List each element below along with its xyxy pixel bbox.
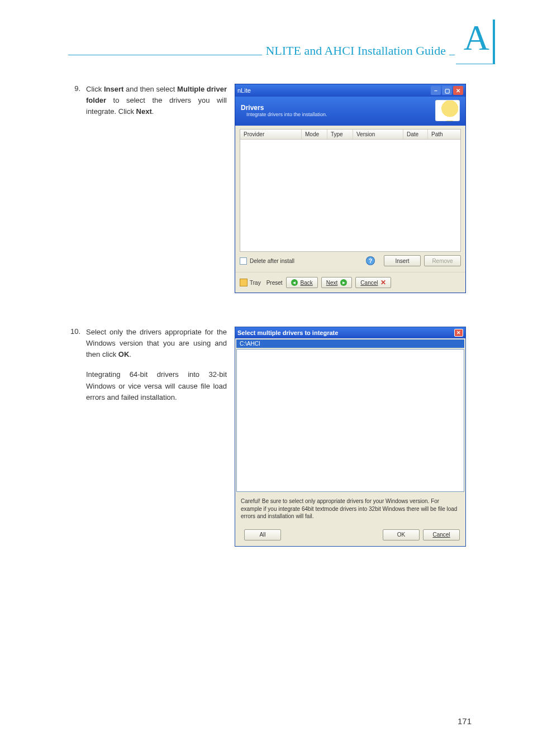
window-header: Drivers Integrate drivers into the insta… bbox=[235, 97, 465, 126]
warning-text: Careful! Be sure to select only appropri… bbox=[235, 493, 465, 523]
window-titlebar: nLite – ▢ ✕ bbox=[235, 84, 465, 97]
delete-after-checkbox[interactable] bbox=[240, 257, 247, 265]
remove-button[interactable]: Remove bbox=[424, 255, 461, 266]
step-text: Click Insert and then select Multiple dr… bbox=[86, 84, 227, 117]
dialog-title: Select multiple drivers to integrate bbox=[237, 329, 338, 336]
dialog-titlebar: Select multiple drivers to integrate ✕ bbox=[235, 327, 465, 338]
appendix-letter: A bbox=[464, 17, 489, 59]
col-date[interactable]: Date bbox=[403, 130, 428, 139]
page-header-title: NLITE and AHCI Installation Guide bbox=[262, 44, 449, 58]
tray-label[interactable]: Tray bbox=[250, 280, 261, 286]
table-header-row: Provider Mode Type Version Date Path bbox=[240, 130, 460, 140]
close-icon[interactable]: ✕ bbox=[453, 86, 463, 95]
next-arrow-icon: ► bbox=[340, 279, 347, 286]
drivers-title: Drivers bbox=[241, 104, 435, 112]
cancel-button[interactable]: Cancel ✕ bbox=[355, 277, 391, 288]
cancel-x-icon: ✕ bbox=[380, 279, 386, 286]
appendix-badge: A bbox=[456, 20, 495, 64]
col-type[interactable]: Type bbox=[327, 130, 353, 139]
cancel-button[interactable]: Cancel bbox=[423, 529, 460, 540]
window-title: nLite bbox=[237, 87, 251, 94]
minimize-icon[interactable]: – bbox=[431, 86, 441, 95]
page-number: 171 bbox=[458, 716, 472, 726]
col-mode[interactable]: Mode bbox=[302, 130, 327, 139]
back-button[interactable]: ◄ Back bbox=[286, 277, 318, 288]
tray-icon[interactable] bbox=[240, 279, 248, 286]
col-version[interactable]: Version bbox=[353, 130, 403, 139]
step-number: 10. bbox=[68, 327, 86, 336]
delete-after-label: Delete after install bbox=[250, 258, 294, 264]
col-provider[interactable]: Provider bbox=[240, 130, 302, 139]
all-button[interactable]: All bbox=[244, 529, 281, 540]
drivers-listbox[interactable] bbox=[236, 349, 464, 492]
next-button[interactable]: Next ► bbox=[321, 277, 353, 288]
maximize-icon[interactable]: ▢ bbox=[442, 86, 452, 95]
select-drivers-dialog: Select multiple drivers to integrate ✕ C… bbox=[235, 327, 466, 547]
col-path[interactable]: Path bbox=[428, 130, 460, 139]
nlite-logo-icon bbox=[435, 100, 460, 121]
back-arrow-icon: ◄ bbox=[291, 279, 298, 286]
insert-button[interactable]: Insert bbox=[384, 255, 421, 266]
help-icon[interactable]: ? bbox=[366, 256, 375, 265]
preset-link[interactable]: Preset bbox=[266, 280, 283, 286]
step-number: 9. bbox=[68, 84, 86, 93]
path-bar: C:\AHCI bbox=[236, 339, 464, 348]
step-text: Select only the drivers appropriate for … bbox=[86, 327, 227, 403]
drivers-table[interactable]: Provider Mode Type Version Date Path bbox=[240, 129, 461, 252]
drivers-subtitle: Integrate drivers into the installation. bbox=[241, 112, 435, 117]
close-icon[interactable]: ✕ bbox=[454, 329, 463, 337]
ok-button[interactable]: OK bbox=[383, 529, 420, 540]
nlite-window: nLite – ▢ ✕ Drivers Integrate drivers in… bbox=[235, 84, 466, 293]
